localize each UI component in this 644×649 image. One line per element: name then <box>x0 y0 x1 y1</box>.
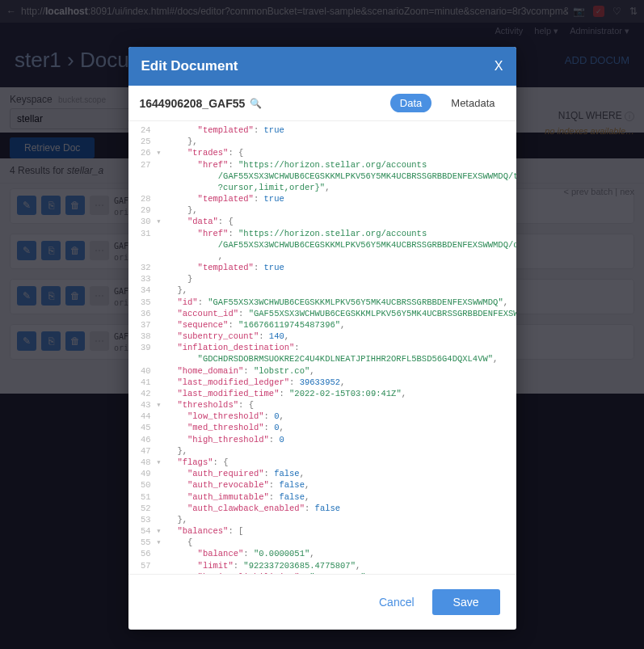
code-line[interactable]: 24 "templated": true <box>128 124 516 136</box>
modal-footer: Cancel Save <box>128 574 516 630</box>
modal-overlay: Edit Document X 1644906208_GAF55 🔍 Data … <box>0 0 644 649</box>
code-line[interactable]: 57 "limit": "922337203685.4775807", <box>128 560 516 571</box>
modal-subheader: 1644906208_GAF55 🔍 Data Metadata <box>128 86 516 121</box>
tab-data[interactable]: Data <box>390 94 431 112</box>
modal-title: Edit Document <box>141 58 238 74</box>
document-name: 1644906208_GAF55 🔍 <box>140 97 263 110</box>
code-line[interactable]: /GAF55XSX3WCHWUB6CEGSKKMLPKV56Y5MK4UCBRS… <box>128 171 516 182</box>
code-line[interactable]: 25 }, <box>128 136 516 147</box>
save-button[interactable]: Save <box>432 589 500 615</box>
code-line[interactable]: /GAF55XSX3WCHWUB6CEGSKKMLPKV56Y5MK4UCBRS… <box>128 239 516 251</box>
code-line[interactable]: 55▾ { <box>128 537 516 548</box>
code-line[interactable]: 45 "med_threshold": 0, <box>128 422 516 433</box>
code-line[interactable]: 56 "balance": "0.0000051", <box>128 548 516 559</box>
code-line[interactable]: 41 "last_modified_ledger": 39633952, <box>128 377 516 388</box>
code-line[interactable]: 52 "auth_clawback_enabled": false <box>128 503 516 514</box>
code-line[interactable]: 38 "subentry_count": 140, <box>128 331 516 342</box>
code-line[interactable]: 32 "templated": true <box>128 262 516 273</box>
code-line[interactable]: 43▾ "thresholds": { <box>128 399 516 411</box>
code-line[interactable]: "GDCHDRSDOBRMSUOKRE2C4U4KDLNEATJPIHHR2OR… <box>128 353 516 365</box>
code-line[interactable]: 39 "inflation_destination": <box>128 342 516 353</box>
code-line[interactable]: 29 }, <box>128 204 516 216</box>
code-line[interactable]: 40 "home_domain": "lobstr.co", <box>128 365 516 377</box>
code-line[interactable]: 58 "buying_liabilities": "0.0000000", <box>128 571 516 574</box>
code-line[interactable]: 28 "templated": true <box>128 193 516 204</box>
code-line[interactable]: 54▾ "balances": [ <box>128 525 516 537</box>
code-line[interactable]: 36 "account_id": "GAF55XSX3WCHWUB6CEGSKK… <box>128 308 516 319</box>
code-line[interactable]: 42 "last_modified_time": "2022-02-15T03:… <box>128 388 516 399</box>
code-line[interactable]: 31 "href": "https://horizon.stellar.org/… <box>128 228 516 239</box>
cancel-button[interactable]: Cancel <box>369 589 424 615</box>
modal-header: Edit Document X <box>128 47 516 86</box>
code-line[interactable]: 26▾ "trades": { <box>128 147 516 158</box>
tab-metadata[interactable]: Metadata <box>441 94 504 112</box>
code-line[interactable]: 48▾ "flags": { <box>128 457 516 468</box>
code-line[interactable]: , <box>128 251 516 262</box>
code-line[interactable]: 47 }, <box>128 445 516 457</box>
code-line[interactable]: 49 "auth_required": false, <box>128 468 516 479</box>
code-line[interactable]: 34 }, <box>128 284 516 296</box>
json-editor[interactable]: 24 "templated": true25 },26▾ "trades": {… <box>128 121 516 574</box>
search-icon[interactable]: 🔍 <box>250 98 262 109</box>
code-line[interactable]: 46 "high_threshold": 0 <box>128 434 516 445</box>
code-line[interactable]: 27 "href": "https://horizon.stellar.org/… <box>128 159 516 171</box>
code-line[interactable]: 53 }, <box>128 514 516 525</box>
code-line[interactable]: 35 "id": "GAF55XSX3WCHWUB6CEGSKKMLPKV56Y… <box>128 297 516 308</box>
code-line[interactable]: 44 "low_threshold": 0, <box>128 411 516 422</box>
code-line[interactable]: 51 "auth_immutable": false, <box>128 491 516 503</box>
code-line[interactable]: 30▾ "data": { <box>128 216 516 227</box>
code-line[interactable]: 50 "auth_revocable": false, <box>128 479 516 491</box>
code-line[interactable]: 37 "sequence": "166766119745487396", <box>128 319 516 331</box>
close-icon[interactable]: X <box>495 59 503 74</box>
edit-document-modal: Edit Document X 1644906208_GAF55 🔍 Data … <box>128 47 516 630</box>
code-line[interactable]: ?cursor,limit,order}", <box>128 182 516 193</box>
code-line[interactable]: 33 } <box>128 273 516 284</box>
